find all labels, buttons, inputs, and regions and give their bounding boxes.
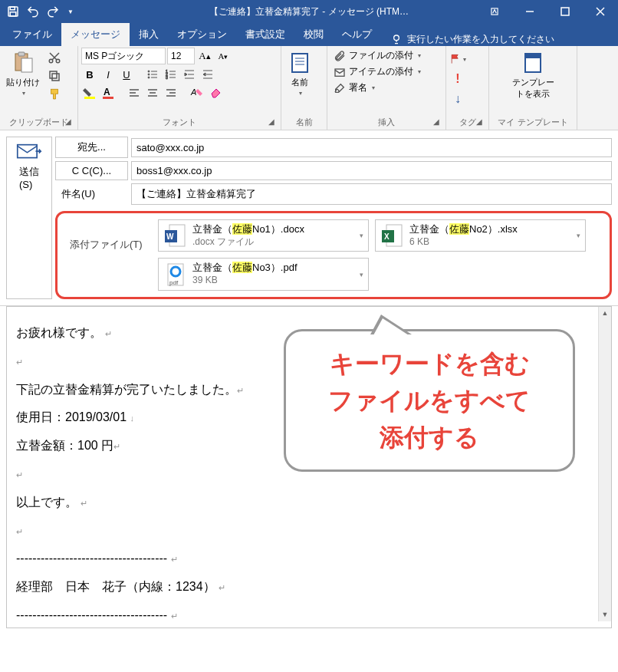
tell-me-search[interactable]: 実行したい作業を入力してください	[381, 33, 564, 46]
svg-point-21	[148, 77, 150, 78]
svg-text:W: W	[166, 232, 174, 241]
window-title: 【ご連絡】立替金精算完了 - メッセージ (HTM…	[209, 5, 409, 18]
numbering-icon[interactable]: 123	[163, 66, 179, 83]
follow-up-flag-icon[interactable]: ▾	[449, 51, 466, 68]
clear-format-icon[interactable]: A	[189, 84, 205, 101]
increase-indent-icon[interactable]	[181, 66, 198, 83]
maximize-button[interactable]	[547, 0, 583, 23]
low-importance-icon[interactable]: ↓	[449, 91, 466, 107]
tab-help[interactable]: ヘルプ	[333, 23, 381, 46]
redo-icon[interactable]	[46, 5, 60, 18]
title-bar: ▼ 【ご連絡】立替金精算完了 - メッセージ (HTM…	[0, 0, 618, 23]
align-center-icon[interactable]	[144, 84, 161, 101]
svg-rect-10	[18, 52, 25, 56]
svg-text:X: X	[384, 232, 390, 241]
tab-options[interactable]: オプション	[168, 23, 236, 46]
svg-text:3: 3	[166, 75, 168, 80]
align-left-icon[interactable]	[126, 84, 143, 101]
pdf-file-icon: pdf	[165, 262, 186, 287]
ribbon-tabs: ファイル メッセージ 挿入 オプション 書式設定 校閲 ヘルプ 実行したい作業を…	[0, 23, 618, 46]
signature-button[interactable]: 署名▾	[330, 80, 378, 96]
address-book-button[interactable]: 名前▾	[284, 48, 315, 100]
font-launcher[interactable]: ◢	[268, 117, 279, 128]
svg-text:A: A	[190, 87, 196, 97]
paste-button[interactable]: 貼り付け▾	[3, 48, 43, 100]
font-name-select[interactable]	[81, 48, 166, 64]
svg-text:pdf: pdf	[169, 279, 179, 286]
svg-rect-14	[52, 74, 59, 81]
attachments-label: 添付ファイル(T)	[64, 219, 152, 255]
attachment-item[interactable]: X立替金（佐藤No2）.xlsx6 KB▾	[375, 219, 586, 252]
cc-button[interactable]: C C(C)...	[55, 161, 128, 180]
svg-rect-11	[21, 58, 32, 72]
insert-launcher[interactable]: ◢	[433, 117, 444, 128]
svg-rect-1	[10, 7, 15, 10]
svg-rect-48	[292, 54, 307, 72]
svg-rect-15	[50, 71, 57, 78]
attachments-area: 添付ファイル(T) W立替金（佐藤No1）.docx.docx ファイル▾X立替…	[55, 211, 612, 299]
svg-point-8	[394, 35, 399, 41]
annotation-callout: キーワードを含む ファイルをすべて 添付する	[284, 329, 575, 472]
svg-text:A: A	[104, 87, 110, 97]
svg-rect-5	[561, 8, 569, 15]
docx-file-icon: W	[165, 223, 186, 248]
attach-file-button[interactable]: ファイルの添付▾	[330, 48, 424, 64]
compose-header: 送信 (S) 宛先... sato@xxx.co.jp C C(C)... bo…	[0, 130, 618, 306]
svg-rect-35	[84, 97, 95, 99]
svg-point-19	[148, 74, 150, 75]
attachment-dropdown-icon[interactable]: ▾	[360, 232, 363, 239]
clipboard-launcher[interactable]: ◢	[65, 117, 76, 128]
attachment-item[interactable]: pdf立替金（佐藤No3）.pdf39 KB▾	[158, 258, 369, 290]
bullets-icon[interactable]	[144, 66, 161, 83]
tab-insert[interactable]: 挿入	[130, 23, 168, 46]
ribbon: 貼り付け▾ クリップボード ◢ A▴ A▾ B I U	[0, 46, 618, 130]
to-button[interactable]: 宛先...	[55, 137, 128, 158]
copy-icon[interactable]	[46, 68, 63, 84]
tab-review[interactable]: 校閲	[294, 23, 333, 46]
attach-item-button[interactable]: アイテムの添付▾	[330, 64, 424, 80]
cc-field[interactable]: boss1@xxx.co.jp	[131, 161, 612, 180]
tags-launcher[interactable]: ◢	[476, 117, 487, 128]
attachment-dropdown-icon[interactable]: ▾	[360, 271, 363, 278]
tab-message[interactable]: メッセージ	[61, 23, 130, 46]
format-painter-icon[interactable]	[46, 86, 63, 103]
shrink-font-icon[interactable]: A▾	[215, 48, 232, 64]
save-icon[interactable]	[6, 5, 20, 18]
attachment-item[interactable]: W立替金（佐藤No1）.docx.docx ファイル▾	[158, 219, 369, 252]
highlight-icon[interactable]	[81, 84, 98, 101]
xlsx-file-icon: X	[382, 223, 403, 248]
tab-format[interactable]: 書式設定	[236, 23, 294, 46]
minimize-button[interactable]	[512, 0, 547, 23]
send-button[interactable]: 送信 (S)	[6, 137, 52, 299]
align-right-icon[interactable]	[163, 84, 179, 101]
decrease-indent-icon[interactable]	[199, 66, 216, 83]
grow-font-icon[interactable]: A▴	[196, 48, 213, 64]
tab-file[interactable]: ファイル	[3, 23, 61, 46]
svg-rect-2	[10, 12, 16, 16]
svg-rect-55	[18, 145, 37, 158]
font-color-icon[interactable]: A	[100, 84, 117, 101]
underline-button[interactable]: U	[118, 66, 135, 83]
svg-rect-37	[103, 97, 113, 99]
undo-icon[interactable]	[26, 5, 40, 18]
body-scrollbar[interactable]: ▲ ▼	[598, 307, 611, 621]
to-field[interactable]: sato@xxx.co.jp	[131, 138, 612, 157]
svg-point-17	[148, 71, 150, 72]
high-importance-icon[interactable]: !	[449, 71, 466, 87]
attachment-dropdown-icon[interactable]: ▾	[577, 232, 580, 239]
ribbon-display-button[interactable]	[477, 0, 512, 23]
font-size-select[interactable]	[167, 48, 195, 64]
svg-rect-16	[51, 89, 58, 94]
svg-rect-54	[525, 54, 541, 58]
scroll-up-icon[interactable]: ▲	[599, 307, 611, 320]
scroll-down-icon[interactable]: ▼	[599, 608, 611, 621]
italic-button[interactable]: I	[100, 66, 117, 83]
eraser-icon[interactable]	[207, 84, 224, 101]
bold-button[interactable]: B	[81, 66, 98, 83]
subject-field[interactable]: 【ご連絡】立替金精算完了	[131, 183, 612, 205]
view-templates-button[interactable]: テンプレー トを表示	[492, 48, 574, 103]
cut-icon[interactable]	[46, 49, 63, 66]
close-button[interactable]	[583, 0, 618, 23]
subject-label: 件名(U)	[55, 184, 128, 204]
